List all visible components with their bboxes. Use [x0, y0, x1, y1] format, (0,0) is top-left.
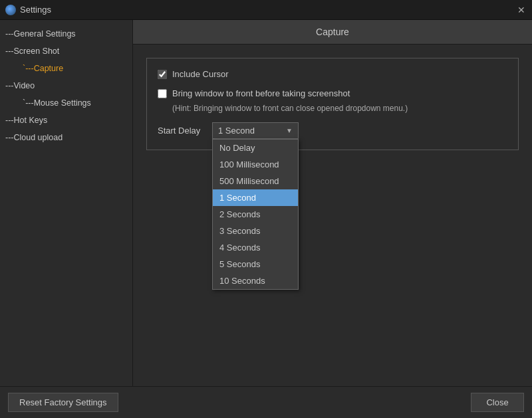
bring-window-checkbox[interactable] — [158, 89, 167, 98]
delay-label: Start Delay — [158, 126, 204, 136]
sidebar-item-cloud-upload[interactable]: ---Cloud upload — [0, 129, 132, 146]
sidebar-item-general-settings[interactable]: ---General Settings — [0, 25, 132, 43]
sidebar-item-screen-shot[interactable]: ---Screen Shot — [0, 43, 132, 60]
sidebar-item-hot-keys[interactable]: ---Hot Keys — [0, 112, 132, 129]
include-cursor-checkbox[interactable] — [158, 70, 167, 79]
close-button[interactable]: Close — [471, 393, 524, 412]
delay-dropdown-button[interactable]: 1 Second ▼ — [212, 122, 299, 139]
dropdown-option[interactable]: 3 Seconds — [213, 223, 298, 239]
delay-row: Start Delay 1 Second ▼ No Delay100 Milli… — [158, 122, 507, 139]
dropdown-option[interactable]: 2 Seconds — [213, 206, 298, 223]
bring-window-label: Bring window to front before taking scre… — [172, 88, 350, 98]
content-area: Capture Include Cursor Bring window to f… — [133, 20, 532, 386]
dropdown-option[interactable]: 10 Seconds — [213, 272, 298, 289]
sidebar-item-mouse-settings[interactable]: `---Mouse Settings — [0, 94, 132, 112]
dropdown-option[interactable]: No Delay — [213, 140, 298, 156]
settings-panel: Include Cursor Bring window to front bef… — [146, 58, 519, 150]
content-header: Capture — [133, 20, 532, 45]
dropdown-option[interactable]: 100 Millisecond — [213, 156, 298, 173]
footer: Reset Factory Settings Close — [0, 386, 532, 418]
include-cursor-label: Include Cursor — [172, 69, 229, 79]
content-body: Include Cursor Bring window to front bef… — [133, 45, 532, 386]
title-bar: Settings ✕ — [0, 0, 532, 20]
reset-factory-button[interactable]: Reset Factory Settings — [8, 393, 118, 412]
sidebar-item-capture[interactable]: `---Capture — [0, 60, 132, 77]
hint-text: (Hint: Bringing window to front can clos… — [172, 104, 507, 113]
delay-dropdown-menu: No Delay100 Millisecond500 Millisecond1 … — [212, 139, 299, 290]
window-title: Settings — [20, 5, 516, 15]
delay-dropdown-container: 1 Second ▼ No Delay100 Millisecond500 Mi… — [212, 122, 299, 139]
sidebar: ---General Settings---Screen Shot`---Cap… — [0, 20, 133, 386]
include-cursor-row: Include Cursor — [158, 69, 507, 79]
bring-window-row: Bring window to front before taking scre… — [158, 88, 507, 98]
dropdown-option[interactable]: 1 Second — [213, 189, 298, 206]
dropdown-option[interactable]: 500 Millisecond — [213, 173, 298, 189]
delay-selected-value: 1 Second — [218, 126, 255, 136]
close-icon[interactable]: ✕ — [516, 5, 527, 15]
sidebar-item-video[interactable]: ---Video — [0, 77, 132, 94]
dropdown-option[interactable]: 4 Seconds — [213, 239, 298, 256]
dropdown-option[interactable]: 5 Seconds — [213, 256, 298, 272]
main-layout: ---General Settings---Screen Shot`---Cap… — [0, 20, 532, 386]
app-icon — [5, 5, 16, 15]
chevron-down-icon: ▼ — [286, 127, 293, 134]
